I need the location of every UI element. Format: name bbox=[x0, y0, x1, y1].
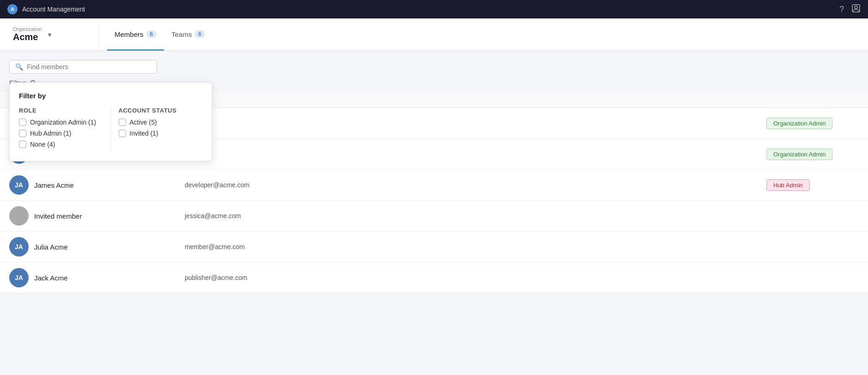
table-row[interactable]: JA Julia Acme member@acme.com bbox=[0, 232, 868, 262]
email-cell: developer@acme.com bbox=[185, 181, 766, 189]
email-cell: jessica@acme.com bbox=[185, 212, 766, 220]
role-badge: Organization Admin bbox=[766, 118, 832, 129]
top-bar: A Account Management ? bbox=[0, 0, 868, 18]
member-cell: JA Jack Acme bbox=[9, 268, 185, 287]
member-name: Julia Acme bbox=[34, 243, 68, 251]
table-row[interactable]: Invited member jessica@acme.com bbox=[0, 201, 868, 232]
logo-initials: A bbox=[11, 6, 14, 12]
member-cell: Invited member bbox=[9, 206, 185, 226]
member-name: James Acme bbox=[34, 181, 74, 189]
member-name: Invited member bbox=[34, 212, 82, 220]
top-bar-right: ? bbox=[839, 4, 861, 15]
member-cell: JA Julia Acme bbox=[9, 237, 185, 256]
search-input[interactable] bbox=[27, 63, 151, 71]
page-wrapper: A Account Management ? Organization Acme… bbox=[0, 0, 868, 375]
filter-checkbox-org-admin[interactable] bbox=[19, 119, 26, 126]
tab-bar: Members 6 Teams 6 bbox=[100, 18, 220, 50]
top-bar-left: A Account Management bbox=[7, 4, 85, 14]
filter-role-title: Role bbox=[19, 107, 103, 114]
filter-title: Filter by bbox=[19, 92, 203, 100]
filter-checkbox-active[interactable] bbox=[119, 119, 126, 126]
filter-option-hub-admin[interactable]: Hub Admin (1) bbox=[19, 130, 103, 137]
filter-option-invited[interactable]: Invited (1) bbox=[119, 130, 203, 137]
filter-checkbox-none[interactable] bbox=[19, 141, 26, 148]
content-header: 🔍 Filters ⚙ Filter by Role bbox=[0, 51, 868, 87]
tab-members[interactable]: Members 6 bbox=[107, 19, 164, 51]
org-selector[interactable]: Organization Acme ▾ bbox=[7, 23, 100, 46]
filter-status-title: Account status bbox=[119, 107, 203, 114]
filter-option-org-admin[interactable]: Organization Admin (1) bbox=[19, 119, 103, 126]
filter-option-none[interactable]: None (4) bbox=[19, 141, 103, 148]
chevron-down-icon: ▾ bbox=[48, 31, 51, 38]
table-row[interactable]: JA Jack Acme publisher@acme.com bbox=[0, 262, 868, 293]
tab-teams-count: 6 bbox=[194, 30, 205, 38]
svg-point-1 bbox=[855, 6, 857, 9]
role-cell: Organization Admin bbox=[766, 149, 859, 160]
search-box[interactable]: 🔍 bbox=[9, 60, 157, 74]
search-row: 🔍 bbox=[9, 60, 859, 74]
avatar: JA bbox=[9, 175, 29, 195]
filter-section-status: Account status Active (5) Invited (1) bbox=[119, 107, 203, 152]
org-tabs-bar: Organization Acme ▾ Members 6 Teams 6 bbox=[0, 18, 868, 51]
filter-label-invited: Invited (1) bbox=[130, 130, 158, 137]
app-title: Account Management bbox=[22, 6, 85, 13]
filter-dropdown: Filter by Role Organization Admin (1) Hu… bbox=[9, 82, 212, 161]
email-cell: publisher@acme.com bbox=[185, 274, 766, 281]
filter-label-none: None (4) bbox=[30, 141, 55, 148]
role-cell: Hub Admin bbox=[766, 179, 859, 191]
role-cell: Organization Admin bbox=[766, 118, 859, 129]
filter-label-org-admin: Organization Admin (1) bbox=[30, 119, 96, 126]
tab-members-label: Members bbox=[115, 30, 144, 38]
member-cell: JA James Acme bbox=[9, 175, 185, 195]
search-icon: 🔍 bbox=[15, 63, 23, 71]
tab-teams[interactable]: Teams 6 bbox=[164, 19, 212, 51]
tab-members-count: 6 bbox=[146, 30, 157, 38]
profile-icon[interactable] bbox=[851, 4, 861, 15]
org-label: Organization bbox=[13, 26, 42, 32]
filter-section-role: Role Organization Admin (1) Hub Admin (1… bbox=[19, 107, 111, 152]
avatar: JA bbox=[9, 268, 29, 287]
role-badge: Organization Admin bbox=[766, 149, 832, 160]
filter-sections: Role Organization Admin (1) Hub Admin (1… bbox=[19, 107, 203, 152]
app-logo: A bbox=[7, 4, 18, 14]
filter-checkbox-invited[interactable] bbox=[119, 130, 126, 137]
table-row[interactable]: JA James Acme developer@acme.com Hub Adm… bbox=[0, 170, 868, 201]
filter-checkbox-hub-admin[interactable] bbox=[19, 130, 26, 137]
filter-option-active[interactable]: Active (5) bbox=[119, 119, 203, 126]
org-name: Acme bbox=[13, 32, 42, 42]
tab-teams-label: Teams bbox=[171, 30, 192, 38]
org-text: Organization Acme bbox=[13, 26, 42, 42]
filter-label-active: Active (5) bbox=[130, 119, 157, 126]
help-icon[interactable]: ? bbox=[839, 5, 844, 14]
role-badge: Hub Admin bbox=[766, 179, 810, 191]
member-name: Jack Acme bbox=[34, 274, 68, 282]
avatar bbox=[9, 206, 29, 226]
avatar: JA bbox=[9, 237, 29, 256]
filter-label-hub-admin: Hub Admin (1) bbox=[30, 130, 71, 137]
email-cell: member@acme.com bbox=[185, 243, 766, 250]
